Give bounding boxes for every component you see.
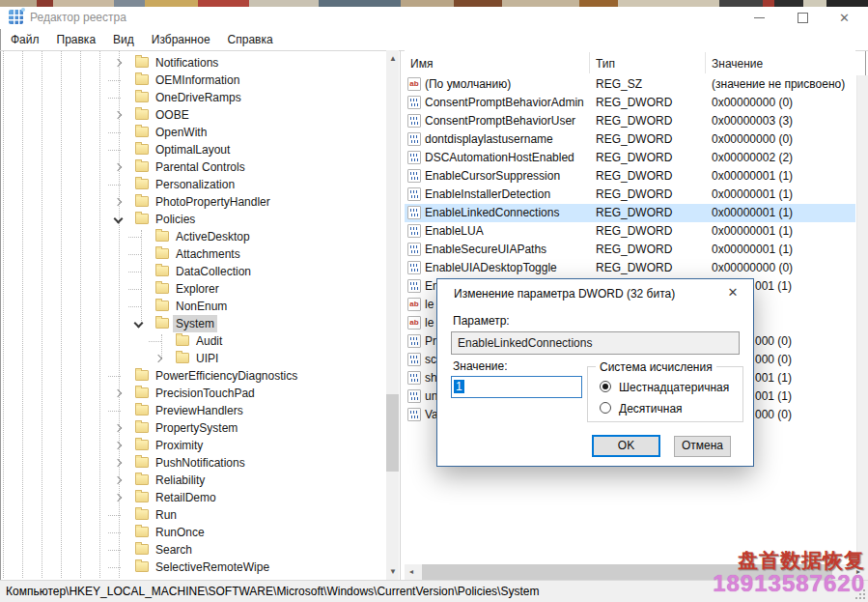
chevron-right-icon[interactable] [114,389,122,397]
tree-item-label: SelectiveRemoteWipe [153,559,272,576]
menu-item-item[interactable]: Файл [2,30,48,49]
tree-item-explorer[interactable]: Explorer [0,280,385,298]
tree-item-nonenum[interactable]: NonEnum [0,298,385,315]
dialog-title: Изменение параметра DWORD (32 бита) [454,287,675,301]
close-button[interactable]: ✕ [825,7,868,29]
ok-button[interactable]: OK [592,435,660,457]
menu-item-item[interactable]: Справка [219,30,282,49]
radio-unselected-icon[interactable] [600,402,611,414]
scroll-left-icon[interactable]: ◂ [409,568,413,576]
tree-item-label: OptimalLayout [153,141,233,158]
scroll-up-icon[interactable]: ▲ [389,55,397,63]
column-header-value[interactable]: Значение [712,57,763,71]
scroll-down-icon[interactable]: ▼ [389,568,397,576]
list-row-item[interactable]: ab(По умолчанию)REG_SZ(значение не присв… [405,75,855,94]
list-row-enableinstallerdetection[interactable]: EnableInstallerDetectionREG_DWORD0x00000… [405,186,855,204]
list-row-enablesecureuiapaths[interactable]: EnableSecureUIAPathsREG_DWORD0x00000001 … [405,241,855,259]
folder-icon [135,474,149,485]
cancel-button[interactable]: Отмена [674,436,731,457]
tree-item-optimallayout[interactable]: OptimalLayout [0,141,385,158]
tree-item-propertysystem[interactable]: PropertySystem [0,419,385,437]
list-row-enablelinkedconnections[interactable]: EnableLinkedConnectionsREG_DWORD0x000000… [405,204,855,222]
value-input[interactable]: 1 [451,376,582,398]
chevron-right-icon[interactable] [114,494,122,502]
dword-value-icon [407,389,421,403]
folder-icon [176,335,189,346]
list-row-dontdisplaylastusername[interactable]: dontdisplaylastusernameREG_DWORD0x000000… [405,130,855,149]
chevron-down-icon[interactable] [134,319,144,329]
tree-scrollbar-thumb[interactable] [386,394,399,472]
dialog-close-button[interactable]: ✕ [720,282,745,303]
chevron-right-icon[interactable] [114,111,122,119]
folder-icon [135,196,149,207]
tree-item-pushnotifications[interactable]: PushNotifications [0,454,385,472]
chevron-right-icon[interactable] [114,163,122,171]
radio-option-item[interactable]: Шестнадцатеричная [600,380,740,395]
dword-value-icon [407,261,421,274]
list-row-consentpromptbehavioruser[interactable]: ConsentPromptBehaviorUserREG_DWORD0x0000… [405,112,855,130]
tree-connector [108,411,121,412]
column-header-type[interactable]: Тип [596,57,615,71]
tree-item-policies[interactable]: Policies [0,211,385,228]
tree-item-uipi[interactable]: UIPI [0,350,385,367]
list-vertical-scrollbar[interactable] [856,75,868,564]
radio-option-item[interactable]: Десятичная [600,401,740,416]
tree-item-run[interactable]: Run [0,506,385,524]
tree-item-label: UIPI [193,350,221,367]
menu-item-item[interactable]: Вид [104,30,143,49]
menu-item-item[interactable]: Правка [48,30,105,49]
column-divider[interactable] [705,52,706,73]
tree-item-powerefficiencydiagnostics[interactable]: PowerEfficiencyDiagnostics [0,367,385,385]
tree-item-photopropertyhandler[interactable]: PhotoPropertyHandler [0,193,385,211]
menu-item-item[interactable]: Избранное [143,30,219,49]
tree-item-onedriveramps[interactable]: OneDriveRamps [0,89,385,106]
tree-item-notifications[interactable]: Notifications [0,54,385,72]
parameter-name-field[interactable]: EnableLinkedConnections [451,331,740,355]
tree-item-parental-controls[interactable]: Parental Controls [0,158,385,176]
value-data: 0x00000002 (2) [712,149,793,167]
chevron-right-icon[interactable] [114,198,122,206]
tree-item-oobe[interactable]: OOBE [0,106,385,124]
radio-selected-icon[interactable] [600,381,611,392]
tree-item-selectiveremotewipe[interactable]: SelectiveRemoteWipe [0,559,385,576]
tree-item-openwith[interactable]: OpenWith [0,124,385,141]
list-row-consentpromptbehavioradmin[interactable]: ConsentPromptBehaviorAdminREG_DWORD0x000… [405,94,855,112]
string-value-icon: ab [407,77,421,91]
list-row-enablelua[interactable]: EnableLUAREG_DWORD0x00000001 (1) [405,222,855,241]
tree-item-audit[interactable]: Audit [0,332,385,350]
tree-vertical-scrollbar[interactable]: ▲ ▼ [386,50,399,580]
tree-item-activedesktop[interactable]: ActiveDesktop [0,228,385,245]
tree-item-attachments[interactable]: Attachments [0,245,385,263]
tree-item-precisiontouchpad[interactable]: PrecisionTouchPad [0,385,385,402]
maximize-button[interactable] [781,7,825,29]
chevron-right-icon[interactable] [114,442,122,449]
tree-item-previewhandlers[interactable]: PreviewHandlers [0,402,385,419]
tree-item-system[interactable]: System [0,315,385,332]
chevron-right-icon[interactable] [114,59,122,67]
panel-splitter[interactable] [400,50,401,580]
list-row-enableuiadesktoptoggle[interactable]: EnableUIADesktopToggleREG_DWORD0x0000000… [405,259,855,277]
chevron-right-icon[interactable] [114,424,122,432]
tree-item-proximity[interactable]: Proximity [0,437,385,454]
chevron-down-icon[interactable] [114,215,124,224]
column-header-name[interactable]: Имя [410,57,433,71]
value-data: 0x00000001 (1) [712,222,793,241]
tree-item-oeminformation[interactable]: OEMInformation [0,72,385,89]
value-name: ConsentPromptBehaviorUser [425,112,575,130]
minimize-button[interactable] [738,7,781,29]
tree-item-runonce[interactable]: RunOnce [0,524,385,541]
resize-grip-icon[interactable] [863,597,865,599]
tree-item-personalization[interactable]: Personalization [0,176,385,193]
chevron-right-icon[interactable] [114,459,122,467]
value-name: le [425,314,434,332]
folder-icon [155,301,169,311]
list-row-dscautomationhostenabled[interactable]: DSCAutomationHostEnabledREG_DWORD0x00000… [405,149,855,167]
chevron-right-icon[interactable] [114,476,122,484]
tree-item-datacollection[interactable]: DataCollection [0,263,385,280]
list-row-enablecursorsuppression[interactable]: EnableCursorSuppressionREG_DWORD0x000000… [405,167,855,186]
tree-item-search[interactable]: Search [0,541,385,559]
tree-item-reliability[interactable]: Reliability [0,472,385,489]
column-divider[interactable] [589,52,590,73]
chevron-right-icon[interactable] [154,355,162,362]
tree-item-retaildemo[interactable]: RetailDemo [0,489,385,506]
